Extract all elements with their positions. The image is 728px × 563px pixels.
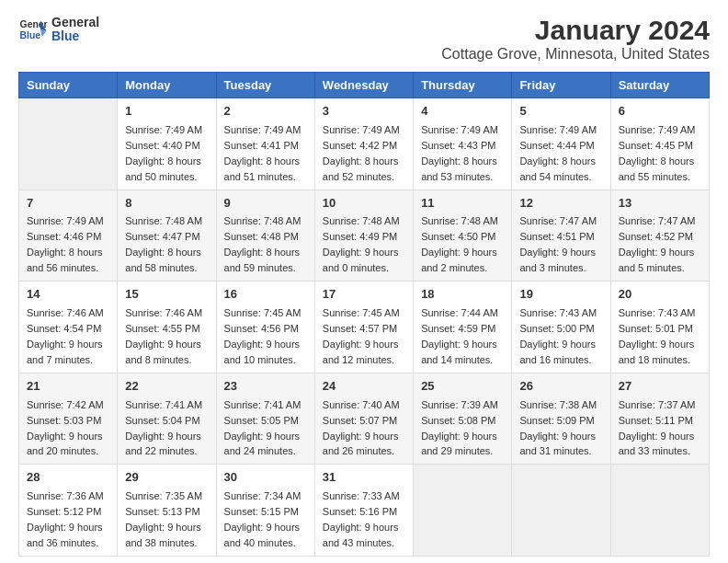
main-title: January 2024: [441, 15, 710, 46]
week-row-4: 28Sunrise: 7:36 AM Sunset: 5:12 PM Dayli…: [19, 465, 710, 557]
calendar-cell: 12Sunrise: 7:47 AM Sunset: 4:51 PM Dayli…: [512, 190, 610, 282]
calendar-cell: 14Sunrise: 7:46 AM Sunset: 4:54 PM Dayli…: [19, 282, 118, 373]
day-number: 22: [125, 378, 208, 396]
day-number: 9: [224, 195, 307, 213]
calendar-cell: 5Sunrise: 7:49 AM Sunset: 4:44 PM Daylig…: [512, 98, 610, 190]
calendar-cell: 19Sunrise: 7:43 AM Sunset: 5:00 PM Dayli…: [512, 282, 610, 373]
logo-text-blue: Blue: [51, 29, 99, 43]
day-info: Sunrise: 7:43 AM Sunset: 5:01 PM Dayligh…: [619, 307, 696, 365]
calendar-cell: 10Sunrise: 7:48 AM Sunset: 4:49 PM Dayli…: [314, 190, 413, 282]
day-info: Sunrise: 7:47 AM Sunset: 4:52 PM Dayligh…: [619, 215, 696, 273]
day-info: Sunrise: 7:49 AM Sunset: 4:42 PM Dayligh…: [323, 124, 400, 182]
day-number: 5: [519, 103, 602, 121]
day-number: 16: [224, 286, 307, 304]
calendar-cell: 26Sunrise: 7:38 AM Sunset: 5:09 PM Dayli…: [512, 373, 610, 465]
calendar-cell: 27Sunrise: 7:37 AM Sunset: 5:11 PM Dayli…: [610, 373, 709, 465]
day-info: Sunrise: 7:36 AM Sunset: 5:12 PM Dayligh…: [27, 490, 104, 548]
calendar-table: SundayMondayTuesdayWednesdayThursdayFrid…: [18, 72, 710, 557]
calendar-cell: 11Sunrise: 7:48 AM Sunset: 4:50 PM Dayli…: [414, 190, 512, 282]
day-info: Sunrise: 7:45 AM Sunset: 4:56 PM Dayligh…: [224, 307, 301, 365]
day-number: 8: [125, 195, 208, 213]
calendar-cell: 23Sunrise: 7:41 AM Sunset: 5:05 PM Dayli…: [216, 373, 314, 465]
day-info: Sunrise: 7:48 AM Sunset: 4:48 PM Dayligh…: [224, 215, 301, 273]
day-info: Sunrise: 7:49 AM Sunset: 4:46 PM Dayligh…: [27, 215, 104, 273]
day-info: Sunrise: 7:40 AM Sunset: 5:07 PM Dayligh…: [323, 399, 400, 457]
day-number: 30: [224, 469, 307, 487]
day-number: 29: [125, 469, 208, 487]
calendar-cell: [610, 465, 709, 557]
calendar-cell: [512, 465, 610, 557]
calendar-cell: 31Sunrise: 7:33 AM Sunset: 5:16 PM Dayli…: [314, 465, 413, 557]
week-row-0: 1Sunrise: 7:49 AM Sunset: 4:40 PM Daylig…: [19, 98, 710, 190]
calendar-cell: [414, 465, 512, 557]
calendar-cell: 21Sunrise: 7:42 AM Sunset: 5:03 PM Dayli…: [19, 373, 118, 465]
day-info: Sunrise: 7:41 AM Sunset: 5:05 PM Dayligh…: [224, 399, 301, 457]
day-info: Sunrise: 7:42 AM Sunset: 5:03 PM Dayligh…: [27, 399, 104, 457]
calendar-cell: [19, 98, 118, 190]
day-info: Sunrise: 7:37 AM Sunset: 5:11 PM Dayligh…: [619, 399, 696, 457]
col-header-wednesday: Wednesday: [314, 73, 413, 98]
calendar-cell: 7Sunrise: 7:49 AM Sunset: 4:46 PM Daylig…: [19, 190, 118, 282]
day-number: 26: [519, 378, 602, 396]
week-row-1: 7Sunrise: 7:49 AM Sunset: 4:46 PM Daylig…: [19, 190, 710, 282]
subtitle: Cottage Grove, Minnesota, United States: [441, 46, 710, 63]
day-number: 31: [323, 469, 405, 487]
day-info: Sunrise: 7:48 AM Sunset: 4:47 PM Dayligh…: [125, 215, 202, 273]
calendar-cell: 30Sunrise: 7:34 AM Sunset: 5:15 PM Dayli…: [216, 465, 314, 557]
day-info: Sunrise: 7:49 AM Sunset: 4:45 PM Dayligh…: [619, 124, 696, 182]
day-number: 20: [619, 286, 701, 304]
calendar-cell: 13Sunrise: 7:47 AM Sunset: 4:52 PM Dayli…: [610, 190, 709, 282]
calendar-cell: 18Sunrise: 7:44 AM Sunset: 4:59 PM Dayli…: [414, 282, 512, 373]
calendar-cell: 25Sunrise: 7:39 AM Sunset: 5:08 PM Dayli…: [414, 373, 512, 465]
day-number: 19: [519, 286, 602, 304]
day-info: Sunrise: 7:49 AM Sunset: 4:44 PM Dayligh…: [519, 124, 597, 182]
calendar-cell: 29Sunrise: 7:35 AM Sunset: 5:13 PM Dayli…: [118, 465, 216, 557]
calendar-cell: 15Sunrise: 7:46 AM Sunset: 4:55 PM Dayli…: [118, 282, 216, 373]
calendar-cell: 24Sunrise: 7:40 AM Sunset: 5:07 PM Dayli…: [314, 373, 413, 465]
day-info: Sunrise: 7:43 AM Sunset: 5:00 PM Dayligh…: [519, 307, 597, 365]
day-number: 11: [421, 195, 504, 213]
col-header-saturday: Saturday: [610, 73, 709, 98]
day-info: Sunrise: 7:33 AM Sunset: 5:16 PM Dayligh…: [323, 490, 400, 548]
calendar-cell: 9Sunrise: 7:48 AM Sunset: 4:48 PM Daylig…: [216, 190, 314, 282]
day-number: 18: [421, 286, 504, 304]
day-number: 14: [27, 286, 109, 304]
calendar-cell: 17Sunrise: 7:45 AM Sunset: 4:57 PM Dayli…: [314, 282, 413, 373]
day-number: 7: [27, 195, 109, 213]
day-info: Sunrise: 7:49 AM Sunset: 4:40 PM Dayligh…: [125, 124, 202, 182]
day-info: Sunrise: 7:49 AM Sunset: 4:41 PM Dayligh…: [224, 124, 301, 182]
calendar-cell: 8Sunrise: 7:48 AM Sunset: 4:47 PM Daylig…: [118, 190, 216, 282]
day-number: 27: [619, 378, 701, 396]
day-number: 3: [323, 103, 405, 121]
header: General Blue General Blue January 2024 C…: [18, 15, 710, 63]
col-header-tuesday: Tuesday: [216, 73, 314, 98]
day-info: Sunrise: 7:39 AM Sunset: 5:08 PM Dayligh…: [421, 399, 498, 457]
col-header-thursday: Thursday: [414, 73, 512, 98]
calendar-cell: 20Sunrise: 7:43 AM Sunset: 5:01 PM Dayli…: [610, 282, 709, 373]
logo-text-general: General: [51, 16, 99, 29]
week-row-2: 14Sunrise: 7:46 AM Sunset: 4:54 PM Dayli…: [19, 282, 710, 373]
day-number: 2: [224, 103, 307, 121]
calendar-cell: 2Sunrise: 7:49 AM Sunset: 4:41 PM Daylig…: [216, 98, 314, 190]
day-info: Sunrise: 7:49 AM Sunset: 4:43 PM Dayligh…: [421, 124, 498, 182]
day-number: 23: [224, 378, 307, 396]
calendar-cell: 6Sunrise: 7:49 AM Sunset: 4:45 PM Daylig…: [610, 98, 709, 190]
day-info: Sunrise: 7:46 AM Sunset: 4:55 PM Dayligh…: [125, 307, 202, 365]
svg-text:Blue: Blue: [20, 30, 41, 40]
day-info: Sunrise: 7:35 AM Sunset: 5:13 PM Dayligh…: [125, 490, 202, 548]
week-row-3: 21Sunrise: 7:42 AM Sunset: 5:03 PM Dayli…: [19, 373, 710, 465]
day-info: Sunrise: 7:41 AM Sunset: 5:04 PM Dayligh…: [125, 399, 202, 457]
day-number: 10: [323, 195, 405, 213]
calendar-cell: 3Sunrise: 7:49 AM Sunset: 4:42 PM Daylig…: [314, 98, 413, 190]
day-number: 13: [619, 195, 701, 213]
day-number: 28: [27, 469, 109, 487]
calendar-cell: 28Sunrise: 7:36 AM Sunset: 5:12 PM Dayli…: [19, 465, 118, 557]
calendar-cell: 1Sunrise: 7:49 AM Sunset: 4:40 PM Daylig…: [118, 98, 216, 190]
day-info: Sunrise: 7:45 AM Sunset: 4:57 PM Dayligh…: [323, 307, 400, 365]
day-number: 6: [619, 103, 701, 121]
day-number: 4: [421, 103, 504, 121]
day-number: 21: [27, 378, 109, 396]
day-number: 12: [519, 195, 602, 213]
day-info: Sunrise: 7:46 AM Sunset: 4:54 PM Dayligh…: [27, 307, 104, 365]
day-number: 15: [125, 286, 208, 304]
